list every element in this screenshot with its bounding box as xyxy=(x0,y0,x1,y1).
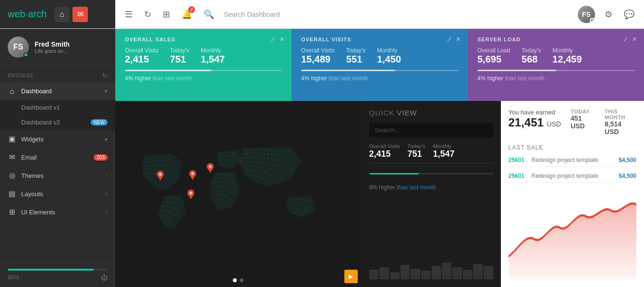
svg-point-57 xyxy=(232,161,233,162)
svg-point-82 xyxy=(229,187,230,188)
stat-card-overall-sales: OVERALL SALES ⤢ ✕ Overall Visits 2,415 T… xyxy=(115,29,292,101)
svg-point-223 xyxy=(304,210,305,211)
qv-progress-bg xyxy=(369,173,493,175)
svg-point-134 xyxy=(285,161,286,162)
earnings-main-label: You have earned xyxy=(509,109,561,116)
svg-point-166 xyxy=(271,175,272,176)
svg-point-80 xyxy=(222,186,223,187)
sidebar-progress-bar-bg xyxy=(8,269,108,271)
expand-icon[interactable]: ⤢ xyxy=(447,36,452,43)
quickview-panel: QUICK VIEW Overall Visits 2,415 Today's … xyxy=(362,101,501,287)
svg-point-172 xyxy=(250,179,251,180)
search-icon: 🔍 xyxy=(202,7,216,22)
sales-overall: Overall Visits 2,415 xyxy=(125,47,158,65)
browse-refresh-icon[interactable]: ↻ xyxy=(102,72,108,79)
svg-point-2 xyxy=(150,158,151,159)
search-input[interactable] xyxy=(224,11,393,18)
earnings-chart xyxy=(509,187,637,279)
svg-point-137 xyxy=(246,162,247,162)
menu-icon[interactable]: ☰ xyxy=(123,7,134,22)
sales-footer: 4% higher than last month xyxy=(125,75,282,82)
qv-footer: 4% higher than last month xyxy=(369,184,493,191)
qv-overall: Overall Visits 2,415 xyxy=(369,143,400,159)
svg-point-8 xyxy=(171,155,172,156)
sidebar-item-widgets[interactable]: ▣ Widgets ● xyxy=(0,130,115,148)
sidebar-item-dashboard[interactable]: ⌂ Dashboard ▾ xyxy=(0,82,115,100)
qv-wave-chart xyxy=(369,260,493,279)
world-map xyxy=(115,101,362,287)
notification-bell[interactable]: 🔔 2 xyxy=(180,7,194,22)
svg-point-118 xyxy=(282,155,283,156)
svg-point-117 xyxy=(278,155,279,156)
refresh-icon[interactable]: ↻ xyxy=(142,7,153,22)
sidebar-progress-area: 86% ⏻ xyxy=(0,262,115,287)
map-dot-2[interactable] xyxy=(240,278,243,282)
close-icon[interactable]: ✕ xyxy=(279,36,285,43)
svg-point-89 xyxy=(221,195,222,196)
svg-point-86 xyxy=(227,191,228,192)
sidebar-item-layouts[interactable]: ▤ Layouts ‹ xyxy=(0,185,115,203)
sidebar-item-ui-elements[interactable]: ⊞ UI Elements ‹ xyxy=(0,203,115,221)
svg-point-116 xyxy=(275,154,276,155)
svg-point-142 xyxy=(264,162,265,163)
power-icon[interactable]: ⏻ xyxy=(101,274,108,281)
map-panel: ▶ xyxy=(115,101,362,287)
svg-point-179 xyxy=(178,199,179,200)
svg-point-66 xyxy=(215,177,216,178)
svg-point-226 xyxy=(295,213,296,214)
svg-point-160 xyxy=(250,170,251,171)
quickview-search-input[interactable] xyxy=(369,123,493,137)
sidebar-item-dashboard-v2[interactable]: Dashboard v2 NEW xyxy=(0,115,115,130)
server-footer: 4% higher than last month. xyxy=(477,75,634,82)
sidebar-item-dashboard-v1[interactable]: Dashboard v1 xyxy=(0,100,115,115)
svg-point-58 xyxy=(219,163,220,164)
sidebar-item-email[interactable]: ✉ Email 203 xyxy=(0,148,115,166)
svg-point-127 xyxy=(261,157,262,158)
svg-point-218 xyxy=(310,207,311,208)
svg-point-217 xyxy=(307,205,308,206)
main-layout: FS Fred Smith Life goes on... BROWSE ↻ ⌂… xyxy=(0,29,644,287)
widgets-dot: ● xyxy=(105,137,108,142)
svg-point-182 xyxy=(170,201,171,202)
svg-point-187 xyxy=(166,206,167,207)
expand-icon[interactable]: ⤢ xyxy=(270,36,276,43)
svg-point-143 xyxy=(267,163,268,164)
svg-point-239 xyxy=(209,165,212,168)
svg-point-22 xyxy=(158,164,159,165)
svg-point-229 xyxy=(293,217,294,218)
grid-icon[interactable]: ⊞ xyxy=(161,7,172,22)
chat-icon[interactable]: 💬 xyxy=(622,7,636,22)
map-dot-1[interactable] xyxy=(233,278,237,282)
settings-icon[interactable]: ⚙ xyxy=(603,7,614,22)
sidebar: FS Fred Smith Life goes on... BROWSE ↻ ⌂… xyxy=(0,29,115,287)
svg-point-74 xyxy=(222,181,223,182)
close-icon[interactable]: ✕ xyxy=(456,36,461,43)
map-next-button[interactable]: ▶ xyxy=(344,270,358,283)
overall-visits-title: OVERALL VISITS xyxy=(301,37,458,42)
sales-progress-bg xyxy=(125,70,282,71)
svg-point-32 xyxy=(164,170,165,171)
user-avatar[interactable]: FS xyxy=(578,6,595,23)
home-nav-button[interactable]: ⌂ xyxy=(54,7,70,22)
svg-point-6 xyxy=(164,156,165,157)
sidebar-item-themes[interactable]: ◎ Themes ‹ xyxy=(0,166,115,185)
email-label: Email xyxy=(21,154,89,161)
email-icon: ✉ xyxy=(8,153,16,162)
svg-point-185 xyxy=(181,205,182,206)
svg-point-99 xyxy=(264,149,265,150)
svg-point-49 xyxy=(226,155,227,156)
svg-point-212 xyxy=(289,204,290,205)
svg-point-13 xyxy=(157,161,158,162)
svg-point-101 xyxy=(271,150,272,151)
close-icon[interactable]: ✕ xyxy=(632,36,637,43)
svg-point-192 xyxy=(165,211,166,212)
svg-point-176 xyxy=(168,197,169,198)
mail-nav-button[interactable]: ✉ xyxy=(73,7,88,22)
svg-point-169 xyxy=(255,176,256,177)
svg-point-193 xyxy=(168,212,169,212)
widgets-icon: ▣ xyxy=(8,135,16,143)
svg-point-230 xyxy=(297,217,298,218)
expand-icon[interactable]: ⤢ xyxy=(623,36,628,43)
svg-point-216 xyxy=(303,204,304,205)
dashboard-v1-label: Dashboard v1 xyxy=(21,104,60,111)
